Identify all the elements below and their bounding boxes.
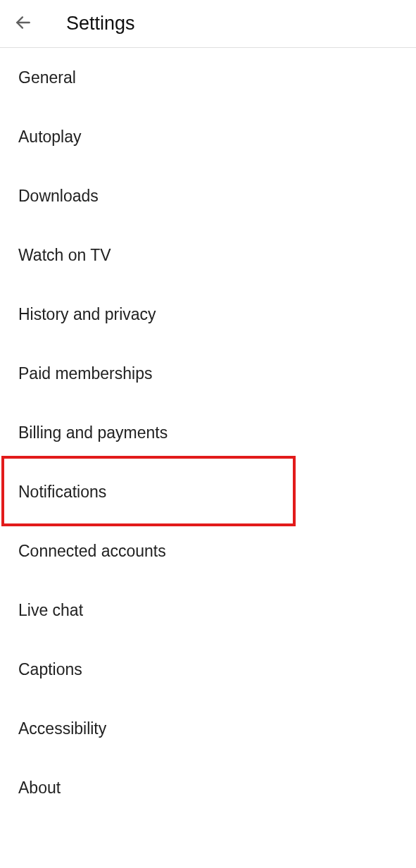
settings-item-label: Live chat: [18, 601, 83, 620]
settings-item-autoplay[interactable]: Autoplay: [0, 107, 416, 166]
settings-list: General Autoplay Downloads Watch on TV H…: [0, 48, 416, 817]
settings-item-captions[interactable]: Captions: [0, 640, 416, 699]
settings-item-label: Connected accounts: [18, 542, 166, 561]
settings-item-paid-memberships[interactable]: Paid memberships: [0, 344, 416, 403]
arrow-left-icon: [14, 13, 32, 32]
header: Settings: [0, 0, 416, 48]
settings-item-downloads[interactable]: Downloads: [0, 166, 416, 225]
settings-item-label: Billing and payments: [18, 423, 168, 442]
settings-item-label: Watch on TV: [18, 246, 111, 265]
settings-item-label: History and privacy: [18, 305, 156, 324]
settings-item-about[interactable]: About: [0, 758, 416, 817]
settings-item-label: Autoplay: [18, 128, 82, 147]
settings-item-billing-and-payments[interactable]: Billing and payments: [0, 403, 416, 462]
settings-item-label: Notifications: [18, 483, 106, 502]
settings-item-label: About: [18, 779, 61, 798]
settings-item-watch-on-tv[interactable]: Watch on TV: [0, 225, 416, 285]
settings-item-label: Downloads: [18, 187, 99, 206]
settings-item-accessibility[interactable]: Accessibility: [0, 699, 416, 758]
settings-item-label: Captions: [18, 660, 82, 679]
settings-item-connected-accounts[interactable]: Connected accounts: [0, 521, 416, 581]
back-button[interactable]: [14, 13, 32, 35]
settings-item-label: General: [18, 68, 76, 87]
page-title: Settings: [66, 13, 135, 35]
settings-item-label: Accessibility: [18, 719, 106, 738]
settings-item-history-and-privacy[interactable]: History and privacy: [0, 285, 416, 344]
settings-item-live-chat[interactable]: Live chat: [0, 581, 416, 640]
settings-item-notifications[interactable]: Notifications: [0, 462, 416, 521]
settings-item-general[interactable]: General: [0, 48, 416, 107]
settings-item-label: Paid memberships: [18, 364, 152, 383]
